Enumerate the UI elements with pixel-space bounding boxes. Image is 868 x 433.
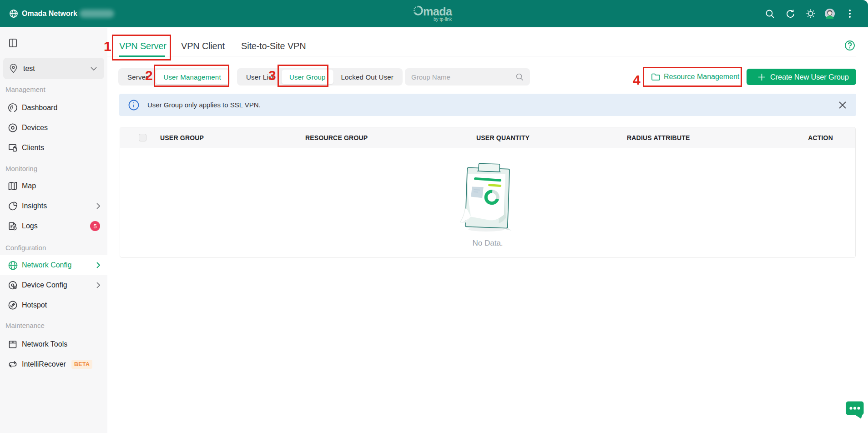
svg-text:mada: mada (423, 5, 453, 18)
svg-text:by tp-link: by tp-link (434, 17, 452, 22)
